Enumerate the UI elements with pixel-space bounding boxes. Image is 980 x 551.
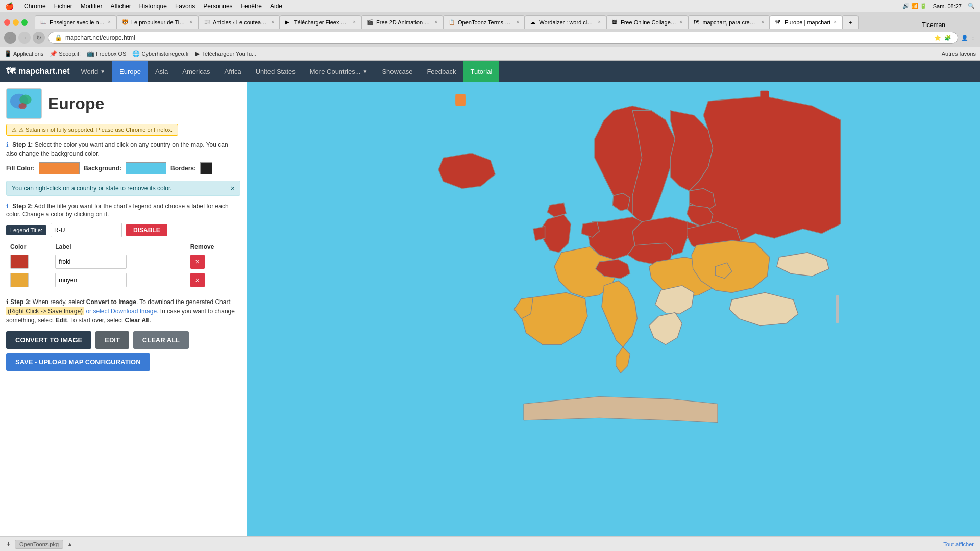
- status-pkg-label: OpenToonz.pkg: [15, 540, 63, 549]
- menu-chrome[interactable]: Chrome: [24, 3, 46, 10]
- europe-map-svg[interactable]: [247, 82, 980, 536]
- bookmark-freebox[interactable]: 📺Freebox OS: [87, 50, 126, 57]
- apple-icon[interactable]: 🍎: [5, 2, 14, 10]
- info-banner-close[interactable]: ×: [231, 184, 235, 192]
- menu-aide[interactable]: Aide: [270, 3, 282, 10]
- menu-modifier[interactable]: Modifier: [81, 3, 103, 10]
- status-bar: ⬇ OpenToonz.pkg ▲ Tout afficher: [0, 536, 980, 551]
- borders-color-swatch[interactable]: [200, 162, 212, 174]
- nav-americas[interactable]: Americas: [175, 61, 217, 82]
- svg-point-3: [18, 103, 26, 109]
- scrollbar-thumb[interactable]: [836, 295, 839, 323]
- status-show-all[interactable]: Tout afficher: [943, 541, 974, 547]
- world-dropdown-arrow: ▼: [100, 69, 105, 74]
- step3-label: Step 3:: [10, 298, 31, 306]
- nav-world[interactable]: World▼: [74, 61, 112, 82]
- menu-personnes[interactable]: Personnes: [203, 3, 232, 10]
- tab-4[interactable]: ▶Télécharger Fleex Play...×: [280, 15, 361, 29]
- tab-3[interactable]: 📰Articles ‹ Le couteaux ...×: [198, 15, 280, 29]
- minimize-window-btn[interactable]: [13, 19, 19, 26]
- forward-btn[interactable]: →: [18, 32, 31, 44]
- tab-8[interactable]: 🖼Free Online Collage M...×: [606, 15, 688, 29]
- nav-europe[interactable]: Europe: [112, 61, 148, 82]
- tab-6[interactable]: 📋OpenToonz Terms of U...×: [443, 15, 525, 29]
- tab-9[interactable]: 🗺mapchart, para crear ...×: [688, 15, 770, 29]
- legend-color-red[interactable]: [10, 255, 29, 269]
- nav-showcase[interactable]: Showcase: [375, 61, 420, 82]
- tab-2[interactable]: 🐯Le propulseur de Tiger...×: [116, 15, 198, 29]
- save-upload-btn[interactable]: SAVE - UPLOAD MAP CONFIGURATION: [6, 353, 150, 371]
- bookmark-scoop[interactable]: 📌Scoop.it!: [50, 50, 81, 57]
- profile-icon[interactable]: 👤: [961, 35, 968, 41]
- tab-7[interactable]: ☁Wordaizer : word clou...×: [525, 15, 606, 29]
- russia[interactable]: [689, 96, 841, 243]
- magnifier-icon[interactable]: 🔍: [968, 3, 975, 9]
- bookmark-star-icon[interactable]: ⭐: [934, 35, 941, 41]
- color-controls: Fill Color: Background: Borders:: [6, 162, 240, 174]
- right-click-hint: (Right Click -> Save Image): [6, 307, 84, 315]
- clear-all-btn[interactable]: CLEAR ALL: [133, 331, 189, 349]
- tab-1[interactable]: 📖Enseigner avec le num...×: [35, 15, 116, 29]
- remove-row-2-btn[interactable]: ×: [190, 273, 205, 287]
- step2-text: ℹ Step 2: Add the title you want for the…: [6, 202, 240, 219]
- maximize-window-btn[interactable]: [21, 19, 28, 26]
- status-left: ⬇ OpenToonz.pkg ▲: [6, 540, 72, 549]
- mac-topbar: 🍎 Chrome Fichier Modifier Afficher Histo…: [0, 0, 980, 12]
- bookmark-youtube[interactable]: ▶Téléchargeur YouTu...: [195, 50, 256, 57]
- other-bookmarks[interactable]: Autres favoris: [942, 51, 976, 57]
- step3-icon: ℹ: [6, 298, 9, 306]
- menu-afficher[interactable]: Afficher: [110, 3, 131, 10]
- close-window-btn[interactable]: [4, 19, 10, 26]
- bookmark-apps[interactable]: 📱Applications: [4, 50, 43, 57]
- nav-more-countries[interactable]: More Countries...▼: [303, 61, 375, 82]
- convert-to-image-btn[interactable]: CONVERT TO IMAGE: [6, 331, 91, 349]
- new-tab-btn[interactable]: +: [842, 15, 859, 29]
- nav-feedback[interactable]: Feedback: [420, 61, 463, 82]
- bg-color-swatch[interactable]: [126, 162, 166, 174]
- bg-color-label: Background:: [84, 165, 121, 172]
- step1-section: ℹ Step 1: Select the color you want and …: [6, 141, 240, 174]
- legend-label-moyen[interactable]: [55, 273, 127, 287]
- system-icons: 🔊 📶 🔋: [902, 3, 927, 9]
- step3-section: ℹ Step 3: When ready, select Convert to …: [6, 297, 240, 371]
- nav-africa[interactable]: Africa: [217, 61, 249, 82]
- legend-color-orange[interactable]: [10, 273, 29, 287]
- svg-point-2: [19, 95, 31, 105]
- refresh-btn[interactable]: ↻: [33, 32, 45, 44]
- legend-label-froid[interactable]: [55, 255, 127, 269]
- address-bar-icons: ⭐ 🧩: [934, 35, 951, 41]
- extensions-icon[interactable]: 🧩: [944, 35, 951, 41]
- menu-fenetre[interactable]: Fenêtre: [241, 3, 262, 10]
- legend-title-input[interactable]: [51, 223, 122, 237]
- menu-favoris[interactable]: Favoris: [175, 3, 195, 10]
- back-btn[interactable]: ←: [4, 32, 16, 44]
- brand[interactable]: 🗺 mapchart.net: [6, 66, 69, 77]
- info-banner: You can right-click on a country or stat…: [6, 181, 240, 196]
- nav-tutorial[interactable]: Tutorial: [463, 61, 499, 82]
- ireland[interactable]: [533, 227, 545, 241]
- brand-name: mapchart.net: [18, 67, 69, 76]
- tab-5[interactable]: 🎬Free 2D Animation Sol...×: [361, 15, 443, 29]
- tab-10-active[interactable]: 🗺Europe | mapchart×: [770, 15, 842, 29]
- warning-text: ⚠ Safari is not fully supported. Please …: [19, 127, 173, 133]
- left-panel: Europe ⚠ ⚠ Safari is not fully supported…: [0, 82, 247, 536]
- download-image-link[interactable]: or select Download Image.: [86, 308, 158, 315]
- more-dropdown-arrow: ▼: [362, 69, 368, 74]
- status-pkg-arrow[interactable]: ▲: [67, 541, 72, 547]
- nav-united-states[interactable]: United States: [249, 61, 303, 82]
- disable-legend-btn[interactable]: DISABLE: [126, 224, 167, 236]
- fill-color-swatch[interactable]: [39, 162, 80, 174]
- edit-btn[interactable]: EDIT: [95, 331, 129, 349]
- address-bar[interactable]: 🔒 mapchart.net/europe.html ⭐ 🧩: [48, 32, 958, 44]
- map-area[interactable]: [247, 82, 980, 536]
- secure-icon: 🔒: [55, 34, 62, 41]
- nav-asia[interactable]: Asia: [148, 61, 175, 82]
- remove-row-1-btn[interactable]: ×: [190, 255, 205, 269]
- menu-historique[interactable]: Historique: [139, 3, 167, 10]
- legend-title-box: Legend Title:: [6, 225, 46, 235]
- menu-fichier[interactable]: Fichier: [54, 3, 72, 10]
- bookmark-cyber[interactable]: 🌐Cyberhistoiregeo.fr: [132, 50, 189, 57]
- settings-icon[interactable]: ⋮: [970, 35, 976, 41]
- europe-thumbnail: [6, 88, 42, 119]
- borders-color-label: Borders:: [170, 165, 196, 172]
